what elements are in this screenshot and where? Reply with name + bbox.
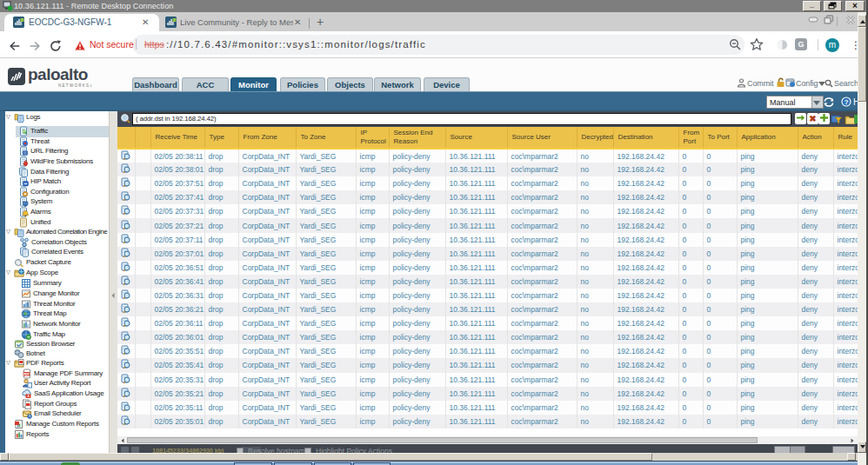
svg-text:PDF: PDF: [23, 372, 30, 375]
svg-text:?: ?: [845, 98, 849, 106]
